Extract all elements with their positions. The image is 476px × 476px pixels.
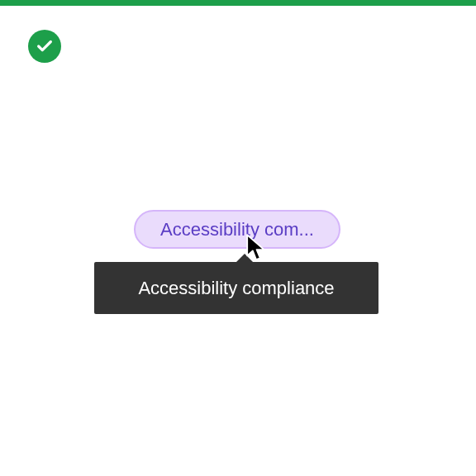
tooltip: Accessibility compliance [94,262,378,314]
check-icon [36,37,54,55]
success-badge [28,30,61,63]
tag-pill-label: Accessibility com... [160,219,314,240]
tag-pill[interactable]: Accessibility com... [134,210,340,249]
tooltip-text: Accessibility compliance [138,278,334,299]
top-status-bar [0,0,476,6]
